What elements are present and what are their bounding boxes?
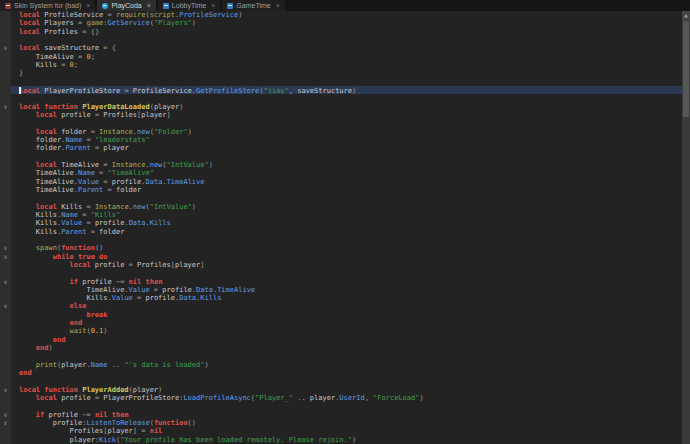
code-line[interactable]: ∨local saveStructure = { <box>0 44 690 52</box>
code-line-text[interactable] <box>11 194 690 202</box>
code-line-text[interactable]: Kills.Parent = folder <box>11 228 690 236</box>
scroll-up-icon[interactable]: ▲ <box>682 11 690 20</box>
code-line[interactable]: local Players = game:GetService("Players… <box>0 19 690 27</box>
code-line[interactable]: ∨ else <box>0 302 690 310</box>
code-line-text[interactable]: TimeAlive.Name = "TimeAlive" <box>11 169 690 177</box>
code-line[interactable]: local profile = Profiles[player] <box>0 111 690 119</box>
code-line[interactable]: } <box>0 69 690 77</box>
code-line[interactable]: end <box>0 369 690 377</box>
code-line-text[interactable]: local folder = Instance.new("Folder") <box>11 128 690 136</box>
code-line-text[interactable]: spawn(function() <box>11 244 690 252</box>
code-line[interactable]: Profiles[player] = nil <box>0 427 690 435</box>
code-line[interactable]: Kills.Parent = folder <box>0 228 690 236</box>
fold-chevron-icon[interactable]: ∨ <box>0 386 11 394</box>
code-line-text[interactable]: local profile = Profiles[player] <box>11 261 690 269</box>
code-line[interactable]: ∨local function PlayerDataLoaded(player) <box>0 103 690 111</box>
code-line[interactable]: player:Kick("Your profile has been loade… <box>0 436 690 444</box>
code-line[interactable] <box>0 78 690 86</box>
code-line-text[interactable]: wait(0.1) <box>11 327 690 335</box>
code-line[interactable]: print(player.Name .. "'s data is loaded"… <box>0 361 690 369</box>
fold-chevron-icon[interactable]: ∨ <box>0 419 11 427</box>
code-line-text[interactable]: print(player.Name .. "'s data is loaded"… <box>11 361 690 369</box>
code-line[interactable] <box>0 153 690 161</box>
code-line-text[interactable] <box>11 352 690 360</box>
code-line[interactable]: wait(0.1) <box>0 327 690 335</box>
tab-close-icon[interactable]: × <box>86 2 90 9</box>
fold-chevron-icon[interactable]: ∨ <box>0 44 11 52</box>
tab-lobbytime[interactable]: LobbyTime× <box>158 0 220 11</box>
code-line[interactable]: Kills.Name = "Kills" <box>0 211 690 219</box>
code-line-text[interactable] <box>11 78 690 86</box>
code-line-text[interactable]: else <box>11 302 690 310</box>
code-line[interactable]: Kills.Value = profile.Data.Kills <box>0 219 690 227</box>
code-line-text[interactable]: end <box>11 336 690 344</box>
code-line-text[interactable] <box>11 94 690 102</box>
code-line-text[interactable]: local Kills = Instance.new("IntValue") <box>11 203 690 211</box>
code-line[interactable]: ∨ spawn(function() <box>0 244 690 252</box>
code-line-text[interactable]: break <box>11 311 690 319</box>
code-line[interactable]: break <box>0 311 690 319</box>
code-line-text[interactable]: end <box>11 319 690 327</box>
code-line[interactable]: local ProfileService = require(script.Pr… <box>0 11 690 19</box>
code-line-text[interactable]: Profiles[player] = nil <box>11 427 690 435</box>
code-line[interactable]: TimeAlive.Value = profile.Data.TimeAlive <box>0 178 690 186</box>
code-line[interactable]: local profile = PlayerProfileStore:LoadP… <box>0 394 690 402</box>
tab-gametime[interactable]: GameTime× <box>222 0 284 11</box>
code-line-text[interactable]: local Players = game:GetService("Players… <box>11 19 690 27</box>
code-line[interactable] <box>0 377 690 385</box>
fold-chevron-icon[interactable]: ∨ <box>0 244 11 252</box>
code-line-text[interactable]: player:Kick("Your profile has been loade… <box>11 436 690 444</box>
code-line[interactable]: TimeAlive.Name = "TimeAlive" <box>0 169 690 177</box>
code-line[interactable] <box>0 119 690 127</box>
code-line[interactable] <box>0 236 690 244</box>
code-line-text[interactable]: local saveStructure = { <box>11 44 690 52</box>
code-line-text[interactable]: if profile ~= nil then <box>11 411 690 419</box>
tab-close-icon[interactable]: × <box>276 2 280 9</box>
code-line[interactable]: local Kills = Instance.new("IntValue") <box>0 203 690 211</box>
code-line[interactable]: ∨ while true do <box>0 253 690 261</box>
code-line-text[interactable]: end <box>11 369 690 377</box>
code-line[interactable]: local TimeAlive = Instance.new("IntValue… <box>0 161 690 169</box>
code-line[interactable]: ∨ if profile ~= nil then <box>0 411 690 419</box>
code-line-text[interactable] <box>11 36 690 44</box>
code-line[interactable]: ∨ profile:ListenToRelease(function() <box>0 419 690 427</box>
code-line-text[interactable]: if profile ~= nil then <box>11 278 690 286</box>
code-line-text[interactable]: end) <box>11 344 690 352</box>
code-line[interactable]: local Profiles = {} <box>0 28 690 36</box>
code-line-text[interactable] <box>11 119 690 127</box>
tab-skin-system-for-bad[interactable]: Skin System for (bad)× <box>0 0 95 11</box>
code-line[interactable]: TimeAlive.Parent = folder <box>0 186 690 194</box>
fold-chevron-icon[interactable]: ∨ <box>0 103 11 111</box>
code-line[interactable]: TimeAlive = 0; <box>0 53 690 61</box>
tab-close-icon[interactable]: × <box>211 2 215 9</box>
tab-playcoda[interactable]: PlayCoda× <box>97 0 155 11</box>
code-line-text[interactable]: Kills = 0; <box>11 61 690 69</box>
code-line-text[interactable]: local Profiles = {} <box>11 28 690 36</box>
code-line-text[interactable]: local function PlayerAdded(player) <box>11 386 690 394</box>
code-line-text[interactable]: TimeAlive.Value = profile.Data.TimeAlive <box>11 178 690 186</box>
code-line-text[interactable]: folder.Parent = player <box>11 144 690 152</box>
code-line-text[interactable] <box>11 153 690 161</box>
code-line[interactable] <box>0 269 690 277</box>
code-line[interactable]: local profile = Profiles[player] <box>0 261 690 269</box>
code-line-text[interactable]: TimeAlive.Parent = folder <box>11 186 690 194</box>
code-line[interactable]: end <box>0 336 690 344</box>
code-line[interactable]: ∨ if profile ~= nil then <box>0 278 690 286</box>
code-line-text[interactable] <box>11 402 690 410</box>
code-line-text[interactable]: local profile = PlayerProfileStore:LoadP… <box>11 394 690 402</box>
code-line[interactable]: folder.Parent = player <box>0 144 690 152</box>
code-line[interactable] <box>0 94 690 102</box>
code-line-text[interactable] <box>11 269 690 277</box>
code-line[interactable]: Kills.Value = profile.Data.Kills <box>0 294 690 302</box>
code-line[interactable]: local PlayerProfileStore = ProfileServic… <box>0 86 690 94</box>
code-line[interactable]: folder.Name = "leaderstats" <box>0 136 690 144</box>
code-line-text[interactable]: profile:ListenToRelease(function() <box>11 419 690 427</box>
code-line[interactable] <box>0 352 690 360</box>
code-line-text[interactable]: local ProfileService = require(script.Pr… <box>11 11 690 19</box>
fold-chevron-icon[interactable]: ∨ <box>0 302 11 310</box>
code-line[interactable]: ∨local function PlayerAdded(player) <box>0 386 690 394</box>
code-line[interactable] <box>0 36 690 44</box>
code-line-text[interactable]: folder.Name = "leaderstats" <box>11 136 690 144</box>
code-line-text[interactable]: TimeAlive.Value = profile.Data.TimeAlive <box>11 286 690 294</box>
code-line[interactable]: TimeAlive.Value = profile.Data.TimeAlive <box>0 286 690 294</box>
